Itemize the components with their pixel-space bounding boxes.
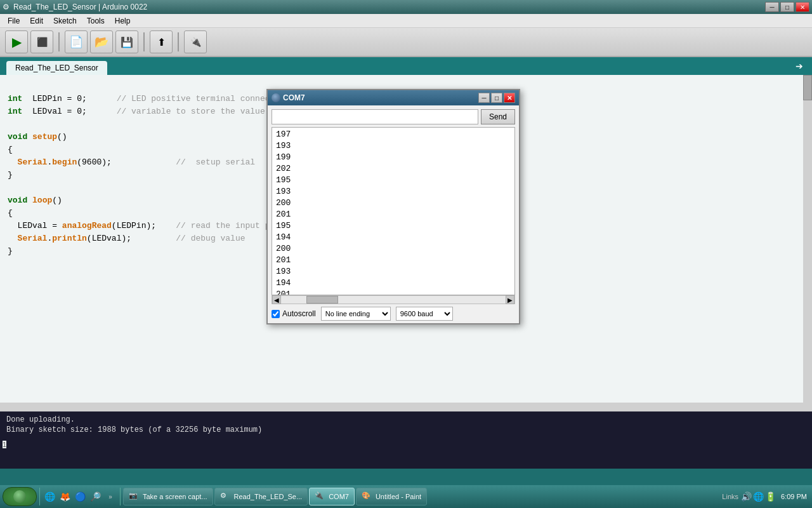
window-title: Read_The_LED_Sensor | Arduino 0022 <box>13 3 147 11</box>
com7-value-3: 202 <box>276 163 511 175</box>
com7-taskbar-icon: 🔌 <box>315 491 325 502</box>
toolbar-separator-2 <box>143 32 145 51</box>
run-button[interactable]: ▶ <box>5 30 28 53</box>
com7-send-button[interactable]: Send <box>481 109 515 124</box>
com7-input-field[interactable] <box>272 109 478 124</box>
com7-value-4: 195 <box>276 175 511 186</box>
arduino-icon: ⚙ <box>220 491 230 502</box>
com7-close-button[interactable]: ✕ <box>504 93 515 103</box>
menu-bar: File Edit Sketch Tools Help <box>0 14 812 28</box>
com7-value-0: 197 <box>276 129 511 140</box>
menu-sketch[interactable]: Sketch <box>48 15 82 27</box>
taskbar-sep-2 <box>120 488 121 505</box>
quicklaunch-more[interactable]: » <box>103 490 117 504</box>
line-number-value: 1 <box>3 441 6 448</box>
editor-hscroll[interactable] <box>0 403 812 411</box>
taskbar-com7[interactable]: 🔌 COM7 <box>309 488 355 505</box>
menu-help[interactable]: Help <box>110 15 136 27</box>
taskbar-screenshot[interactable]: 📷 Take a screen capt... <box>123 488 213 505</box>
line-ending-select[interactable]: No line ending Newline Carriage return B… <box>321 307 391 321</box>
com7-value-6: 200 <box>276 197 511 209</box>
console-line-1: Done uploading. <box>6 415 806 424</box>
minimize-button[interactable]: ─ <box>765 2 779 12</box>
taskbar-screenshot-label: Take a screen capt... <box>143 493 207 500</box>
title-bar: ⚙ Read_The_LED_Sensor | Arduino 0022 ─ □… <box>0 0 812 14</box>
editor-tab-label: Read_The_LED_Sensor <box>15 64 98 72</box>
com7-titlebar: COM7 ─ □ ✕ <box>268 90 519 105</box>
system-tray: 🔊 🌐 🔋 <box>741 491 776 502</box>
com7-output-area[interactable]: 197 193 199 202 195 193 200 201 195 194 … <box>272 127 515 295</box>
autoscroll-checkbox[interactable] <box>272 310 280 318</box>
com7-minimize-button[interactable]: ─ <box>478 93 490 103</box>
com7-hscroll[interactable]: ◀ ▶ <box>272 295 515 304</box>
com7-modal: COM7 ─ □ ✕ Send 197 193 199 202 195 193 … <box>266 89 520 324</box>
taskbar-arduino-label: Read_The_LED_Se... <box>234 493 303 500</box>
menu-edit[interactable]: Edit <box>25 15 48 27</box>
com7-title: COM7 <box>283 93 305 102</box>
editor-tab[interactable]: Read_The_LED_Sensor <box>6 61 107 75</box>
com7-value-2: 199 <box>276 152 511 163</box>
com7-maximize-button[interactable]: □ <box>491 93 502 103</box>
hscroll-thumb[interactable] <box>306 296 338 304</box>
line-number: 1 <box>3 441 6 448</box>
baud-rate-select[interactable]: 300 baud 1200 baud 2400 baud 4800 baud 9… <box>396 307 453 321</box>
close-button[interactable]: ✕ <box>796 2 809 12</box>
code-line-7: } <box>8 170 13 180</box>
taskbar-paint-label: Untitled - Paint <box>376 493 421 500</box>
com7-input-row: Send <box>268 105 519 127</box>
title-bar-controls: ─ □ ✕ <box>765 2 809 12</box>
start-button[interactable] <box>3 487 37 506</box>
screenshot-icon: 📷 <box>129 491 139 502</box>
com7-window-icon <box>272 93 280 102</box>
save-button[interactable]: 💾 <box>115 30 138 53</box>
autoscroll-control[interactable]: Autoscroll <box>272 309 316 318</box>
code-line-10: { <box>8 208 13 218</box>
toolbar-separator-3 <box>178 32 179 51</box>
open-button[interactable]: 📂 <box>90 30 113 53</box>
console-area: Done uploading. Binary sketch size: 1988… <box>0 411 812 469</box>
com7-window-controls: ─ □ ✕ <box>478 93 515 103</box>
menu-file[interactable]: File <box>3 15 25 27</box>
export-button[interactable]: ➔ <box>790 58 808 74</box>
taskbar-com7-label: COM7 <box>329 493 349 500</box>
toolbar: ▶ ⬛ 📄 📂 💾 ⬆ 🔌 <box>0 28 812 57</box>
tray-icon-1: 🔊 <box>741 491 752 502</box>
clock: 6:09 PM <box>778 493 809 500</box>
taskbar-paint[interactable]: 🎨 Untitled - Paint <box>356 488 427 505</box>
com7-value-9: 194 <box>276 232 511 243</box>
hscroll-left-button[interactable]: ◀ <box>272 295 281 304</box>
quicklaunch-ie[interactable]: 🌐 <box>43 490 56 504</box>
com7-value-11: 201 <box>276 255 511 266</box>
app-icon: ⚙ <box>3 3 10 11</box>
menu-tools[interactable]: Tools <box>82 15 110 27</box>
new-button[interactable]: 📄 <box>65 30 88 53</box>
taskbar-arduino[interactable]: ⚙ Read_The_LED_Se... <box>214 488 308 505</box>
com7-value-13: 194 <box>276 277 511 289</box>
code-line-6: Serial.begin(9600); // setup serial <box>8 157 255 167</box>
upload-button[interactable]: ⬆ <box>150 30 173 53</box>
editor-scrollbar[interactable] <box>803 75 812 411</box>
com7-value-1: 193 <box>276 140 511 152</box>
autoscroll-label: Autoscroll <box>282 309 316 318</box>
serial-button[interactable]: 🔌 <box>184 30 207 53</box>
editor-scrollbar-thumb[interactable] <box>803 75 812 100</box>
tray-icon-2: 🌐 <box>753 491 764 502</box>
links-label: Links <box>722 493 738 500</box>
com7-value-5: 193 <box>276 186 511 197</box>
start-orb-icon <box>13 490 26 503</box>
maximize-button[interactable]: □ <box>780 2 794 12</box>
com7-titlebar-left: COM7 <box>272 93 305 102</box>
code-line-13: } <box>8 246 13 256</box>
taskbar-right: Links 🔊 🌐 🔋 6:09 PM <box>722 491 809 502</box>
quicklaunch-4[interactable]: 🔎 <box>88 490 102 504</box>
taskbar-sep-1 <box>39 488 40 505</box>
quicklaunch-firefox[interactable]: 🦊 <box>58 490 72 504</box>
tab-bar: Read_The_LED_Sensor ➔ <box>0 57 812 75</box>
hscroll-right-button[interactable]: ▶ <box>506 295 514 304</box>
com7-send-label: Send <box>489 112 507 121</box>
code-line-2: int LEDval = 0; // variable to store the… <box>8 107 290 116</box>
stop-button[interactable]: ⬛ <box>30 30 53 53</box>
quicklaunch-3[interactable]: 🔵 <box>73 490 87 504</box>
code-line-9: void loop() <box>8 196 62 205</box>
com7-value-12: 193 <box>276 266 511 277</box>
